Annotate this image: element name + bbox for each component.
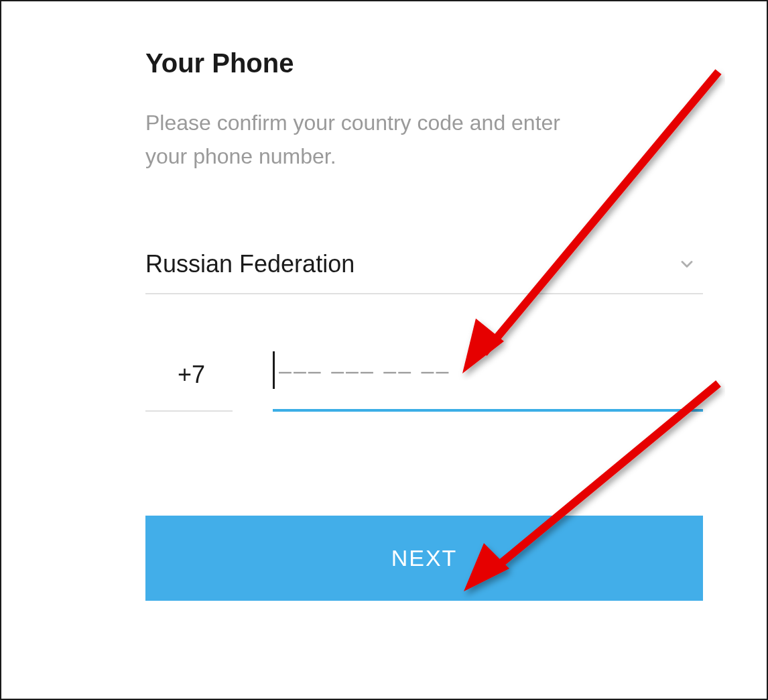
page-subtitle: Please confirm your country code and ent… bbox=[145, 107, 601, 173]
text-cursor bbox=[273, 351, 275, 389]
phone-number-input[interactable]: ––– ––– –– –– bbox=[273, 351, 703, 412]
page-title: Your Phone bbox=[145, 48, 703, 78]
country-selected-label: Russian Federation bbox=[145, 250, 355, 278]
phone-row: +7 ––– ––– –– –– bbox=[145, 351, 703, 412]
country-code-field[interactable]: +7 bbox=[145, 361, 233, 412]
next-button[interactable]: NEXT bbox=[145, 516, 703, 601]
phone-placeholder: ––– ––– –– –– bbox=[279, 357, 450, 384]
country-select[interactable]: Russian Federation bbox=[145, 250, 703, 294]
chevron-down-icon bbox=[678, 255, 696, 274]
